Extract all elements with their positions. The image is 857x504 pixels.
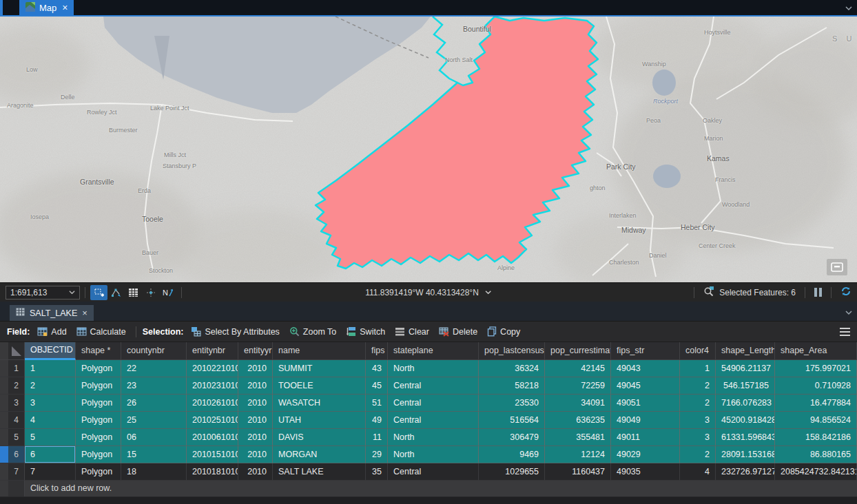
cell[interactable]: 1 [680,360,716,377]
cell[interactable]: 94.856524 [775,412,857,429]
cell[interactable]: 49045 [611,377,680,395]
cell[interactable]: Polygon [76,446,121,463]
cell[interactable]: 2 [680,377,716,395]
cell[interactable]: 45200.918428 [716,412,775,429]
pause-drawing-button[interactable] [814,288,822,297]
cell[interactable]: 58218 [479,377,545,395]
select-all-corner[interactable] [0,342,25,360]
cell[interactable]: 23 [121,377,187,395]
cell[interactable]: 06 [121,429,187,446]
cell[interactable]: 3 [25,395,76,412]
column-header[interactable]: entityyr [238,342,273,360]
calculate-field-button[interactable]: Calculate [72,324,131,340]
cell[interactable]: 2 [25,377,76,395]
cell[interactable]: 54906.21137 [716,360,775,377]
column-header[interactable]: pop_lastcensus [479,342,545,360]
column-header[interactable]: stateplane [388,342,479,360]
zoom-to-button[interactable]: Zoom To [285,324,341,340]
cell[interactable]: 3 [680,412,716,429]
cell[interactable]: 2010181010 [187,463,238,481]
column-header[interactable]: fips [366,342,388,360]
delete-selected-button[interactable]: Delete [434,324,482,340]
column-header[interactable]: pop_currestimate [545,342,611,360]
cell[interactable]: 45 [366,377,388,395]
column-header[interactable]: shape_Area [775,342,857,360]
cell[interactable]: WASATCH [273,395,366,412]
cell[interactable]: 0.710928 [775,377,857,395]
cell[interactable]: 355481 [545,429,611,446]
cell[interactable]: 636235 [545,412,611,429]
cell[interactable]: Central [388,377,479,395]
cell[interactable]: 516564 [479,412,545,429]
cell[interactable]: 2 [680,395,716,412]
cell[interactable]: 2010231010 [187,377,238,395]
cell[interactable]: 12124 [545,446,611,463]
copy-button[interactable]: Copy [482,324,525,340]
cell[interactable]: 49049 [611,412,680,429]
row-number[interactable]: 5 [0,429,25,446]
cell[interactable]: Polygon [76,360,121,377]
cell[interactable]: 4 [680,463,716,481]
clear-selection-button[interactable]: Clear [390,324,434,340]
cell[interactable]: MORGAN [273,446,366,463]
cell[interactable]: 546.157185 [716,377,775,395]
row-number[interactable]: 3 [0,395,25,412]
cell[interactable]: 28091.153168 [716,446,775,463]
cell[interactable]: TOOELE [273,377,366,395]
cell[interactable]: Polygon [76,377,121,395]
cell[interactable]: 175.997021 [775,360,857,377]
cell[interactable]: 11 [366,429,388,446]
cell[interactable]: 7166.076283 [716,395,775,412]
add-field-button[interactable]: Add [32,324,71,340]
column-header[interactable]: shape * [76,342,121,360]
close-icon[interactable]: × [62,3,68,12]
cell[interactable]: Polygon [76,395,121,412]
cell[interactable]: Central [388,395,479,412]
cell[interactable]: 49051 [611,395,680,412]
edit-vertices-button[interactable] [107,285,125,300]
cell[interactable]: 23530 [479,395,545,412]
chevron-down-icon[interactable] [845,307,853,319]
cell[interactable]: 306479 [479,429,545,446]
column-header[interactable]: color4 [680,342,716,360]
cell[interactable]: 2010251010 [187,412,238,429]
snapping-button[interactable] [142,285,159,300]
map-view[interactable]: BountifulNorth SaltHoytsvilleWanshipPeoa… [0,17,857,282]
cell[interactable]: 2085424732.842131 [775,463,857,481]
tab-map[interactable]: Map × [19,0,74,15]
chevron-down-icon[interactable] [484,288,492,296]
cell[interactable]: Central [388,463,479,481]
add-new-row[interactable]: Click to add new row. [0,481,857,497]
cell[interactable]: 34091 [545,395,611,412]
cell[interactable]: 3 [680,429,716,446]
tab-salt-lake[interactable]: SALT_LAKE × [10,305,94,321]
cell[interactable]: 6 [25,446,76,463]
cell[interactable]: 51 [366,395,388,412]
cell[interactable]: SALT LAKE [273,463,366,481]
row-number[interactable]: 4 [0,412,25,429]
close-icon[interactable]: × [82,308,87,317]
cell[interactable]: 49 [366,412,388,429]
cell[interactable]: Polygon [76,412,121,429]
cell[interactable]: 4 [25,412,76,429]
north-arrow-button[interactable]: N [159,285,176,300]
cell[interactable]: 2010061010 [187,429,238,446]
cell[interactable]: 1029655 [479,463,545,481]
cell[interactable]: 2010 [238,412,273,429]
cell[interactable]: Polygon [76,429,121,446]
cell[interactable]: North [388,446,479,463]
cell[interactable]: 2010 [238,377,273,395]
cell[interactable]: SUMMIT [273,360,366,377]
column-header[interactable]: countynbr [121,342,187,360]
cell[interactable]: DAVIS [273,429,366,446]
column-header[interactable]: entitynbr [187,342,238,360]
row-number[interactable]: 7 [0,463,25,481]
switch-selection-button[interactable]: Switch [341,324,390,340]
cell[interactable]: 25 [121,412,187,429]
cell[interactable]: 2010 [238,446,273,463]
cell[interactable]: 2010261010 [187,395,238,412]
cell[interactable]: 15 [121,446,187,463]
cell[interactable]: 158.842186 [775,429,857,446]
cell[interactable]: 35 [366,463,388,481]
row-number[interactable]: 1 [0,360,25,377]
